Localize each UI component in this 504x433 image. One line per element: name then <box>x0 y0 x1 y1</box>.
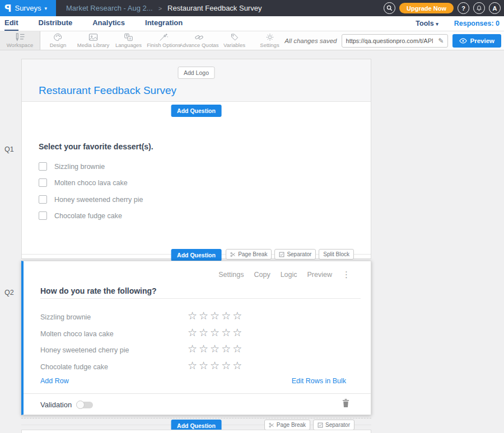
star-icon[interactable]: ☆ <box>232 309 244 322</box>
upgrade-now-button[interactable]: Upgrade Now <box>399 3 454 13</box>
star-icon[interactable]: ☆ <box>188 309 199 322</box>
checkbox[interactable] <box>39 162 47 171</box>
question-settings-action[interactable]: Settings <box>218 271 244 279</box>
rating-row-label[interactable]: Honey sweetened cherry pie <box>40 346 129 354</box>
survey-url-input[interactable] <box>342 37 435 44</box>
add-row-link[interactable]: Add Row <box>40 377 69 385</box>
preview-button[interactable]: Preview <box>452 34 501 48</box>
page-break-label: Page Break <box>238 251 267 257</box>
star-icon[interactable]: ☆ <box>188 359 199 371</box>
toolbar-item-design[interactable]: Design <box>40 31 76 50</box>
tag-icon <box>230 33 239 41</box>
rating-row-label[interactable]: Chocolate fudge cake <box>40 363 108 371</box>
notifications-button[interactable] <box>473 2 485 14</box>
delete-question-button[interactable] <box>342 399 349 410</box>
option-label[interactable]: Molten choco lava cake <box>54 179 128 187</box>
svg-text:A: A <box>129 37 131 40</box>
trash-icon <box>342 399 349 407</box>
checkbox[interactable] <box>39 195 47 204</box>
add-question-button[interactable]: Add Question <box>171 105 222 117</box>
star-icon[interactable]: ☆ <box>221 326 232 338</box>
tab-edit[interactable]: Edit <box>4 16 18 31</box>
rating-row-label[interactable]: Sizzling brownie <box>40 313 91 321</box>
q2-question-text[interactable]: How do you rate the following? <box>40 286 157 295</box>
split-block-button[interactable]: Split Block <box>319 249 354 260</box>
responses-count[interactable]: Responses: 0 <box>454 20 500 27</box>
split-block-label: Split Block <box>323 251 349 257</box>
autosave-status: All changes saved <box>284 37 337 44</box>
nav-tabs: Edit Distribute Analytics Integration <box>4 16 183 31</box>
questionpro-logo: P <box>4 3 11 14</box>
q1-question-text[interactable]: Select your favorite dessert(s). <box>39 142 153 151</box>
checkbox[interactable] <box>39 211 47 220</box>
question-number-q2: Q2 <box>4 289 14 296</box>
toolbar-item-languages[interactable]: A Languages <box>111 31 146 50</box>
separator-button[interactable]: Separator <box>313 420 354 430</box>
question-actions: Settings Copy Logic Preview ⋮ <box>218 270 351 279</box>
survey-title[interactable]: Restaurant Feedback Survey <box>39 84 176 97</box>
question-preview-action[interactable]: Preview <box>307 271 332 279</box>
star-icon[interactable]: ☆ <box>210 309 221 322</box>
breadcrumb-parent[interactable]: Market Research - Aug 2... <box>66 4 153 12</box>
star-icon[interactable]: ☆ <box>210 326 221 338</box>
option-label[interactable]: Honey sweetened cherry pie <box>54 196 143 204</box>
page-break-button[interactable]: Page Break <box>226 249 272 260</box>
toolbar-item-finish-options[interactable]: Finish Options <box>146 31 181 50</box>
star-icon[interactable]: ☆ <box>232 326 244 338</box>
search-button[interactable] <box>384 2 395 14</box>
star-icon[interactable]: ☆ <box>188 342 199 355</box>
validation-toggle[interactable] <box>77 402 93 408</box>
toolbar-item-label: Advance Quotas <box>179 42 218 48</box>
tab-analytics[interactable]: Analytics <box>92 16 125 31</box>
block-structure-buttons: Page Break Separator Split Block <box>226 249 354 260</box>
edit-rows-in-bulk-link[interactable]: Edit Rows in Bulk <box>292 377 346 385</box>
star-icon[interactable]: ☆ <box>199 309 210 322</box>
toggle-knob <box>76 401 85 409</box>
star-icon[interactable]: ☆ <box>232 342 244 355</box>
toolbar-item-variables[interactable]: Variables <box>217 31 252 50</box>
separator-button[interactable]: Separator <box>274 249 316 260</box>
survey-header: Add Logo Restaurant Feedback Survey <box>22 59 371 102</box>
help-button[interactable]: ? <box>458 2 469 14</box>
question-number-q1: Q1 <box>4 145 14 153</box>
tools-menu[interactable]: Tools ▾ <box>416 20 438 27</box>
star-icon[interactable]: ☆ <box>210 359 221 371</box>
question-copy-action[interactable]: Copy <box>254 271 270 279</box>
toolbar-item-media-library[interactable]: Media Library <box>76 31 111 50</box>
option-label[interactable]: Sizzling brownie <box>54 163 105 171</box>
star-icon[interactable]: ☆ <box>210 342 221 355</box>
star-icon[interactable]: ☆ <box>199 326 210 338</box>
toolbar-item-advance-quotas[interactable]: Advance Quotas <box>181 31 217 50</box>
product-switcher[interactable]: P Surveys ▾ <box>0 0 56 16</box>
kebab-menu-icon[interactable]: ⋮ <box>342 270 351 279</box>
tab-integration[interactable]: Integration <box>145 16 183 31</box>
star-icon[interactable]: ☆ <box>199 359 210 371</box>
option-label[interactable]: Chocolate fudge cake <box>54 212 122 220</box>
topbar: P Surveys ▾ Market Research - Aug 2... >… <box>0 0 504 16</box>
star-icon[interactable]: ☆ <box>221 359 232 371</box>
validation-control: Validation <box>40 401 93 409</box>
toolbar-item-workspace[interactable]: Workspace <box>0 31 40 50</box>
star-icon[interactable]: ☆ <box>188 326 199 338</box>
star-icon[interactable]: ☆ <box>232 359 244 371</box>
star-icon[interactable]: ☆ <box>221 342 232 355</box>
star-icon[interactable]: ☆ <box>199 342 210 355</box>
chain-link-icon <box>194 33 204 41</box>
checkbox[interactable] <box>39 178 47 187</box>
nav-right: Tools ▾ Responses: 0 <box>416 20 500 27</box>
toolbar-item-label: Workspace <box>7 42 33 48</box>
rating-row-label[interactable]: Molten choco lava cake <box>40 330 114 338</box>
avatar[interactable]: A <box>489 2 501 14</box>
star-icon[interactable]: ☆ <box>221 309 232 322</box>
edit-url-pencil-icon[interactable]: ✎ <box>435 37 447 45</box>
toolbar-item-settings[interactable]: Settings <box>252 31 287 50</box>
search-icon <box>386 5 393 11</box>
page-break-button[interactable]: Page Break <box>264 420 310 430</box>
toolbar-item-label: Variables <box>223 42 245 48</box>
star-rating-row: ☆☆☆☆☆ <box>188 343 244 354</box>
question-block-q2-selected[interactable]: Settings Copy Logic Preview ⋮ How do you… <box>21 261 371 415</box>
add-question-button[interactable]: Add Question <box>171 249 222 261</box>
question-logic-action[interactable]: Logic <box>281 271 297 279</box>
add-logo-button[interactable]: Add Logo <box>178 67 215 79</box>
tab-distribute[interactable]: Distribute <box>39 16 73 31</box>
